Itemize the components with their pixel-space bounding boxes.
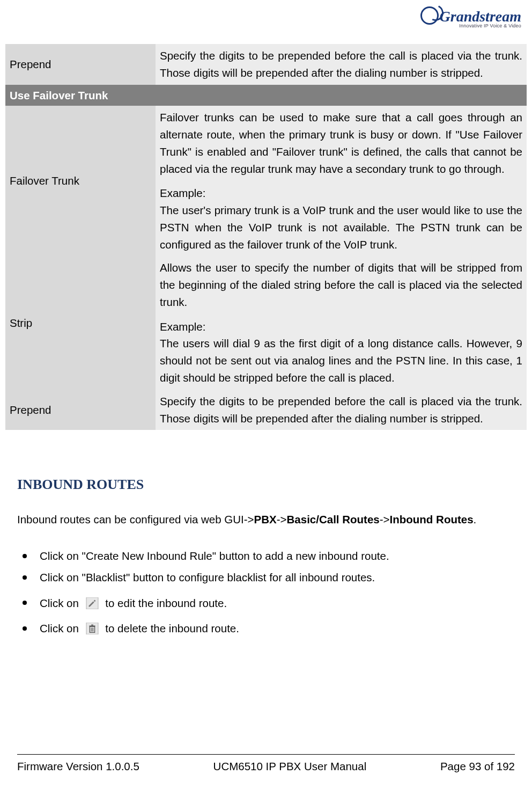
intro-bold: Inbound Routes xyxy=(390,513,474,525)
section-heading: INBOUND ROUTES xyxy=(17,477,144,493)
param-paragraph: Failover trunks can be used to make sure… xyxy=(160,109,522,177)
list-item: Click on "Create New Inbound Rule" butto… xyxy=(17,547,515,565)
param-key: Failover Trunk xyxy=(5,106,156,256)
param-key: Strip xyxy=(5,256,156,389)
example-label: Example: xyxy=(160,318,522,335)
list-item: Click on "Blacklist" button to configure… xyxy=(17,569,515,586)
list-item-post: to delete the inbound route. xyxy=(105,622,239,634)
parameters-table: Prepend Specify the digits to be prepend… xyxy=(5,44,527,430)
table-row: Prepend Specify the digits to be prepend… xyxy=(5,390,527,430)
intro-bold: Basic/Call Routes xyxy=(287,513,380,525)
param-paragraph: Allows the user to specify the number of… xyxy=(160,259,522,310)
intro-post: . xyxy=(474,513,477,525)
list-item: Click on to edit the inbound route. xyxy=(17,595,515,612)
table-row: Strip Allows the user to specify the num… xyxy=(5,256,527,389)
intro-paragraph: Inbound routes can be configured via web… xyxy=(17,511,515,528)
param-value: Allows the user to specify the number of… xyxy=(156,256,527,389)
param-key: Prepend xyxy=(5,44,156,85)
footer-divider xyxy=(17,754,515,755)
intro-sep: -> xyxy=(277,513,287,525)
section-header-text: Use Failover Trunk xyxy=(5,85,527,106)
table-row: Prepend Specify the digits to be prepend… xyxy=(5,44,527,85)
bullet-icon xyxy=(23,554,27,558)
intro-bold: PBX xyxy=(254,513,277,525)
list-item-pre: Click on xyxy=(40,597,82,609)
intro-sep: -> xyxy=(380,513,390,525)
param-value: Specify the digits to be prepended befor… xyxy=(156,390,527,430)
param-paragraph: The users will dial 9 as the first digit… xyxy=(160,335,522,386)
list-item-text: Click on to delete the inbound route. xyxy=(40,620,515,637)
logo-brand-text: Grandstream xyxy=(440,8,521,25)
logo-mark-icon xyxy=(420,6,439,25)
trash-delete-icon xyxy=(85,622,99,634)
footer-right: Page 93 of 192 xyxy=(440,760,515,773)
bullets-list: Click on "Create New Inbound Rule" butto… xyxy=(17,547,515,646)
table-row: Failover Trunk Failover trunks can be us… xyxy=(5,106,527,256)
document-page: Grandstream Innovative IP Voice & Video … xyxy=(0,0,532,789)
bullet-icon xyxy=(23,601,27,605)
param-paragraph: The user's primary trunk is a VoIP trunk… xyxy=(160,202,522,253)
list-item-post: to edit the inbound route. xyxy=(105,597,227,609)
list-item-text: Click on "Blacklist" button to configure… xyxy=(40,569,515,586)
param-value: Specify the digits to be prepended befor… xyxy=(156,44,527,85)
pencil-edit-icon xyxy=(85,597,99,609)
example-label: Example: xyxy=(160,185,522,202)
list-item-text: Click on "Create New Inbound Rule" butto… xyxy=(40,547,515,565)
page-footer: Firmware Version 1.0.0.5 UCM6510 IP PBX … xyxy=(17,760,515,773)
list-item-pre: Click on xyxy=(40,622,82,634)
svg-rect-7 xyxy=(91,625,93,626)
param-value: Failover trunks can be used to make sure… xyxy=(156,106,527,256)
brand-logo: Grandstream Innovative IP Voice & Video xyxy=(414,3,521,41)
param-key: Prepend xyxy=(5,390,156,430)
table-section-header: Use Failover Trunk xyxy=(5,85,527,106)
list-item: Click on to delete the inbound route. xyxy=(17,620,515,637)
list-item-text: Click on to edit the inbound route. xyxy=(40,595,515,612)
bullet-icon xyxy=(23,626,27,631)
footer-center: UCM6510 IP PBX User Manual xyxy=(213,760,367,773)
intro-text: Inbound routes can be configured via web… xyxy=(17,513,254,525)
bullet-icon xyxy=(23,575,27,580)
svg-rect-6 xyxy=(89,626,95,627)
footer-left: Firmware Version 1.0.0.5 xyxy=(17,760,139,773)
